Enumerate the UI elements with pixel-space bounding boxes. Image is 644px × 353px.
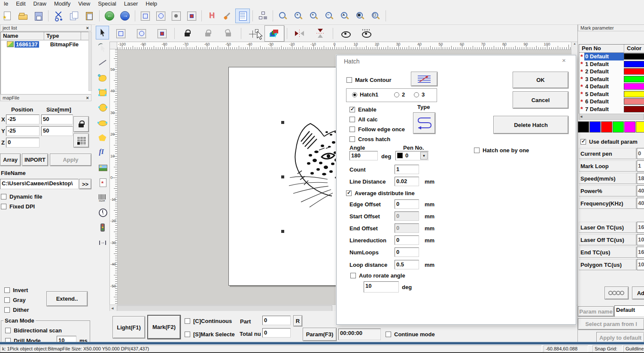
zoom-all-button[interactable]: A bbox=[337, 9, 352, 23]
zoom-in-button[interactable]: + bbox=[307, 9, 321, 23]
unlock-button[interactable] bbox=[219, 25, 238, 42]
param-value-field[interactable]: 160 bbox=[637, 247, 644, 258]
reset-part-button[interactable]: R bbox=[293, 315, 302, 326]
ok-button[interactable]: OK bbox=[513, 72, 568, 88]
fixed-dpi-checkbox[interactable]: Fixed DPI bbox=[1, 203, 35, 210]
mark-contour-checkbox[interactable]: Mark Contour bbox=[346, 77, 392, 83]
save-button[interactable] bbox=[31, 9, 46, 23]
z-position-field[interactable]: 0 bbox=[6, 138, 39, 148]
follow-edge-checkbox[interactable]: Follow edge once bbox=[349, 126, 405, 133]
dither-checkbox[interactable]: Dither bbox=[4, 307, 29, 313]
param-button[interactable]: Param(F3) bbox=[303, 328, 337, 341]
node-point-button[interactable] bbox=[169, 9, 183, 23]
advanced-button[interactable]: Adv bbox=[632, 287, 644, 299]
open-button[interactable] bbox=[15, 9, 30, 23]
continue-mode-checkbox[interactable]: Continue mode bbox=[386, 331, 435, 338]
hatch-row-field[interactable]: 0 bbox=[395, 211, 419, 221]
lock-button[interactable] bbox=[177, 25, 197, 42]
param-value-field[interactable]: 180 bbox=[637, 173, 644, 184]
bidirectional-checkbox[interactable]: Bidirectional scan bbox=[5, 327, 62, 334]
rings-button[interactable] bbox=[605, 287, 629, 299]
auto-rotate-angle-field[interactable]: 10 bbox=[364, 281, 399, 293]
angle-field[interactable]: 180 bbox=[349, 151, 378, 160]
input-port-tool-button[interactable] bbox=[96, 236, 109, 250]
aspect-lock-button[interactable] bbox=[73, 116, 89, 132]
circle-tool-button[interactable] bbox=[96, 101, 109, 115]
hatch-type-button[interactable] bbox=[413, 112, 435, 134]
hatch-row-field[interactable]: 0 bbox=[395, 199, 419, 209]
contour-order-button[interactable] bbox=[411, 72, 437, 86]
cancel-button[interactable]: Cancel bbox=[513, 91, 568, 109]
node-select-button[interactable] bbox=[138, 9, 152, 23]
file-path-field[interactable]: C:\Users\Самвел\Desktop\ bbox=[0, 179, 79, 189]
ellipse-tool-button[interactable] bbox=[96, 116, 109, 130]
undo-button[interactable] bbox=[102, 9, 117, 23]
redo-button[interactable] bbox=[118, 9, 132, 23]
total-count-field[interactable]: 0 bbox=[262, 328, 291, 338]
param-name-field[interactable]: Default bbox=[614, 305, 644, 317]
vector-file-tool-button[interactable] bbox=[96, 176, 109, 190]
x-size-field[interactable]: 50 bbox=[41, 115, 73, 124]
cut-button[interactable] bbox=[51, 9, 66, 23]
extend-button[interactable]: Extend.. bbox=[46, 291, 88, 306]
text-tool-button[interactable] bbox=[96, 146, 109, 160]
mark-button[interactable]: Mark(F2) bbox=[147, 315, 181, 339]
line-tool-button[interactable] bbox=[96, 56, 109, 69]
hatch-row-field[interactable]: 0.02 bbox=[395, 177, 419, 186]
copy-button[interactable] bbox=[67, 9, 81, 23]
mirror-vertical-button[interactable] bbox=[310, 25, 330, 42]
light-button[interactable]: Light(F1) bbox=[112, 316, 145, 338]
array-button[interactable]: Array bbox=[0, 154, 21, 166]
menu-view[interactable]: View bbox=[74, 0, 94, 7]
lock-disabled-button[interactable] bbox=[198, 25, 218, 42]
selection-handle[interactable] bbox=[281, 175, 284, 178]
delete-hatch-button[interactable]: Delete Hatch bbox=[493, 116, 568, 134]
param-value-field[interactable]: 40 bbox=[637, 185, 644, 196]
y-position-field[interactable]: -25 bbox=[6, 126, 39, 136]
enable-checkbox[interactable]: Enable bbox=[349, 106, 377, 113]
select-tool-button[interactable] bbox=[96, 26, 109, 39]
zoom-page-button[interactable]: ▢ bbox=[368, 9, 383, 23]
column-header-type[interactable]: Type bbox=[44, 32, 81, 40]
new-button[interactable] bbox=[0, 9, 15, 23]
scroll-left-icon[interactable]: ◀ bbox=[110, 307, 113, 310]
hatch-row-field[interactable]: 0.5 bbox=[395, 260, 419, 269]
param-value-field[interactable]: 100 bbox=[637, 259, 644, 270]
layers-button[interactable] bbox=[264, 25, 284, 42]
scrollbar-thumb[interactable] bbox=[117, 305, 332, 311]
param-value-field[interactable]: 100 bbox=[637, 234, 644, 245]
menu-draw[interactable]: Draw bbox=[30, 0, 50, 7]
cross-hatch-checkbox[interactable]: Cross hatch bbox=[349, 136, 390, 142]
mark-selected-checkbox[interactable]: [S]Mark Selecte bbox=[185, 331, 235, 338]
object-row[interactable]: 1686137 BitmapFile bbox=[1, 40, 91, 48]
hatch2-radio[interactable]: 2 bbox=[394, 91, 405, 98]
close-icon[interactable]: × bbox=[562, 57, 566, 64]
curve-tool-button[interactable] bbox=[96, 71, 109, 84]
auto-rotate-checkbox[interactable]: Auto rorate angle bbox=[350, 272, 405, 279]
hatch3-radio[interactable]: 3 bbox=[414, 91, 425, 98]
preview-all-eye-button[interactable] bbox=[356, 25, 376, 42]
center-transform-button[interactable] bbox=[152, 25, 172, 42]
apply-button[interactable]: Apply bbox=[50, 154, 91, 166]
mirror-horizontal-button[interactable] bbox=[290, 25, 310, 42]
param-value-field[interactable]: 160 bbox=[637, 222, 644, 233]
structure-button[interactable] bbox=[255, 9, 270, 23]
param-name-button[interactable]: Param name bbox=[578, 306, 614, 317]
barcode-tool-button[interactable] bbox=[96, 191, 109, 205]
hatch-row-field[interactable]: 0 bbox=[395, 235, 419, 245]
selection-handle[interactable] bbox=[281, 121, 284, 124]
tools-button[interactable] bbox=[220, 9, 234, 23]
param-value-field[interactable]: 40 bbox=[637, 198, 644, 209]
part-count-field[interactable]: 0 bbox=[262, 316, 291, 325]
menu-help[interactable]: Help bbox=[142, 0, 161, 7]
hatch-row-field[interactable]: 0 bbox=[395, 247, 419, 257]
average-distribute-checkbox[interactable]: Average distribute line bbox=[346, 190, 415, 196]
node-edit-tool-button[interactable] bbox=[96, 41, 109, 54]
object-name[interactable]: 1686137 bbox=[15, 41, 39, 48]
polygon-tool-button[interactable] bbox=[96, 131, 109, 145]
zoom-window-button[interactable] bbox=[276, 9, 290, 23]
zoom-select-button[interactable]: ▦ bbox=[353, 9, 368, 23]
hatch-button[interactable] bbox=[204, 9, 219, 23]
menu-special[interactable]: Special bbox=[94, 0, 120, 7]
node-center-button[interactable] bbox=[184, 9, 199, 23]
